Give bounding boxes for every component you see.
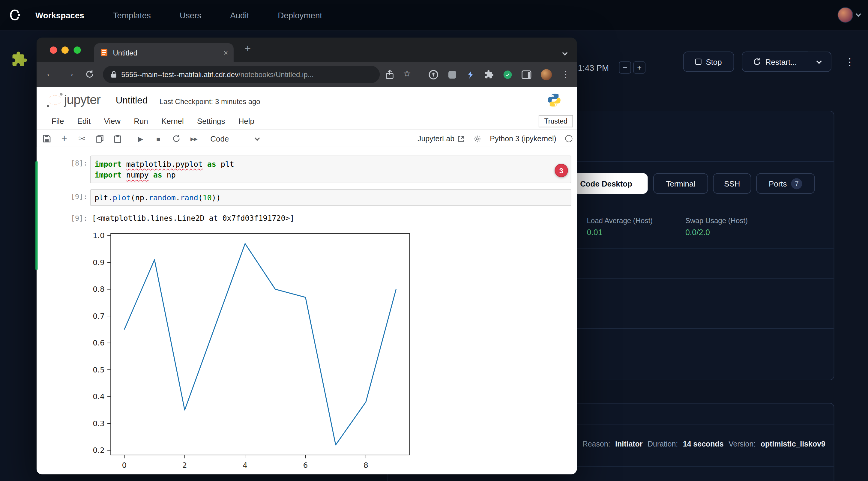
paste-cell-icon[interactable] xyxy=(108,130,126,148)
notebook-title[interactable]: Untitled xyxy=(116,95,148,106)
menu-run[interactable]: Run xyxy=(127,117,155,126)
save-icon[interactable] xyxy=(38,130,56,148)
tab-title: Untitled xyxy=(113,48,219,57)
menu-edit[interactable]: Edit xyxy=(70,117,97,126)
build-reason-value: initiator xyxy=(615,440,643,448)
nav-templates[interactable]: Templates xyxy=(113,10,151,20)
menu-kernel[interactable]: Kernel xyxy=(155,117,190,126)
stop-workspace-button[interactable]: Stop xyxy=(683,52,734,72)
app-button-code-desktop[interactable]: Code Desktop xyxy=(565,173,648,194)
address-bar[interactable]: 5555--main--test--matifali.atif.cdr.dev/… xyxy=(103,66,380,83)
top-navigation-bar: Workspaces Templates Users Audit Deploym… xyxy=(0,0,868,31)
svg-text:4: 4 xyxy=(243,461,247,470)
app-button-ports[interactable]: Ports 7 xyxy=(756,173,815,194)
increase-time-button[interactable]: + xyxy=(633,62,646,74)
extensions-puzzle-icon[interactable] xyxy=(485,70,494,79)
cell-type-dropdown[interactable]: Code xyxy=(206,130,264,148)
extension-icons: ⋮ xyxy=(429,62,570,87)
svg-text:0.4: 0.4 xyxy=(93,392,105,401)
cell-input[interactable]: plt.plot(np.random.rand(10)) xyxy=(90,189,571,206)
browser-profile-avatar[interactable] xyxy=(541,69,552,80)
reload-icon[interactable] xyxy=(85,70,94,81)
stop-icon xyxy=(695,59,701,65)
kernel-name[interactable]: Python 3 (ipykernel) xyxy=(490,135,556,143)
output-prompt: [9]: xyxy=(56,214,87,223)
extension-icon[interactable] xyxy=(448,70,457,79)
run-all-icon[interactable]: ▶▶ xyxy=(185,130,203,148)
notebook-menubar: File Edit View Run Kernel Settings Help … xyxy=(37,114,577,129)
jupyter-notebook: jupyter Untitled Last Checkpoint: 3 minu… xyxy=(37,87,577,474)
schedule-time: 1:43 PM xyxy=(578,63,609,72)
nav-users[interactable]: Users xyxy=(180,10,201,20)
svg-text:0.3: 0.3 xyxy=(93,419,105,428)
notification-badge[interactable]: 3 xyxy=(555,164,568,177)
restart-icon xyxy=(752,58,761,66)
cut-cell-icon[interactable]: ✂ xyxy=(73,130,91,148)
nav-deployment[interactable]: Deployment xyxy=(278,10,322,20)
workspace-menu-button[interactable]: ⋮ xyxy=(839,52,860,72)
python-logo-icon xyxy=(547,93,561,109)
build-metadata: Reason:initiator Duration:14 seconds Ver… xyxy=(583,440,826,448)
jupyter-logo-icon[interactable] xyxy=(45,92,64,111)
menu-view[interactable]: View xyxy=(97,117,127,126)
url-host: 5555--main--test--matifali.atif.cdr.dev xyxy=(121,70,239,78)
output-text: [<matplotlib.lines.Line2D at 0x7fd03f191… xyxy=(92,214,294,223)
stat-load-label: Load Average (Host) xyxy=(587,217,653,225)
side-panel-icon[interactable] xyxy=(522,70,531,79)
window-zoom-button[interactable] xyxy=(73,46,81,54)
decrease-time-button[interactable]: − xyxy=(619,62,631,74)
restart-workspace-button[interactable]: Restart... xyxy=(742,52,808,72)
matplotlib-figure: 024680.20.30.40.50.60.70.80.91.0 xyxy=(83,228,426,474)
restart-kernel-icon[interactable] xyxy=(167,130,185,148)
build-version-value: optimistic_liskov9 xyxy=(761,440,826,448)
add-cell-icon[interactable]: + xyxy=(56,130,73,148)
browser-window: Untitled × + ← → 5555--main--test--matif… xyxy=(37,38,577,474)
browser-tab[interactable]: Untitled × xyxy=(94,43,234,62)
ports-count-badge: 7 xyxy=(791,178,802,189)
coder-logo-icon[interactable] xyxy=(8,8,22,24)
nav-audit[interactable]: Audit xyxy=(230,10,249,20)
run-cell-icon[interactable]: ▶ xyxy=(132,130,149,148)
browser-menu-icon[interactable]: ⋮ xyxy=(561,69,570,80)
stat-swap-label: Swap Usage (Host) xyxy=(685,217,748,225)
gear-icon[interactable] xyxy=(473,135,481,142)
browser-toolbar: ← → 5555--main--test--matifali.atif.cdr.… xyxy=(37,62,577,87)
open-in-jupyterlab-link[interactable]: JupyterLab xyxy=(417,135,465,143)
user-avatar[interactable] xyxy=(838,7,853,23)
tab-close-icon[interactable]: × xyxy=(223,48,228,57)
interrupt-kernel-icon[interactable]: ■ xyxy=(149,130,167,148)
copy-cell-icon[interactable] xyxy=(91,130,108,148)
leaf-extension-icon[interactable] xyxy=(503,70,512,79)
app-button-ssh[interactable]: SSH xyxy=(713,173,751,194)
tab-search-chevron-icon[interactable] xyxy=(563,47,567,57)
trusted-badge[interactable]: Trusted xyxy=(539,115,573,127)
cell-input[interactable]: import matplotlib.pyplot as plt import n… xyxy=(90,156,571,183)
notebook-cells: [8]: import matplotlib.pyplot as plt imp… xyxy=(37,147,577,474)
bookmark-star-icon[interactable]: ☆ xyxy=(403,68,411,78)
share-icon[interactable] xyxy=(386,70,394,82)
screen: Workspaces Templates Users Audit Deploym… xyxy=(0,0,868,481)
menu-help[interactable]: Help xyxy=(231,117,261,126)
notebook-toolbar: + ✂ ▶ ■ ▶▶ Code xyxy=(37,129,577,147)
svg-text:0.6: 0.6 xyxy=(93,339,105,347)
user-menu[interactable] xyxy=(838,7,861,23)
chevron-down-icon xyxy=(856,11,861,17)
forward-icon[interactable]: → xyxy=(65,68,75,79)
build-duration-value: 14 seconds xyxy=(683,440,724,448)
extension-puzzle-icon[interactable] xyxy=(11,51,28,70)
stat-load-value: 0.01 xyxy=(587,228,602,237)
svg-text:0.7: 0.7 xyxy=(93,312,105,321)
window-minimize-button[interactable] xyxy=(61,46,69,54)
bolt-extension-icon[interactable] xyxy=(466,70,475,79)
menu-file[interactable]: File xyxy=(45,117,71,126)
tab-strip: Untitled × + xyxy=(37,38,577,62)
new-tab-button[interactable]: + xyxy=(245,42,251,55)
nav-workspaces[interactable]: Workspaces xyxy=(35,10,84,20)
restart-options-button[interactable] xyxy=(807,52,831,72)
app-button-terminal[interactable]: Terminal xyxy=(653,173,708,194)
window-close-button[interactable] xyxy=(50,46,57,54)
back-icon[interactable]: ← xyxy=(45,68,55,79)
password-manager-extension-icon[interactable] xyxy=(429,70,438,79)
cell-prompt: [9]: xyxy=(56,193,87,201)
menu-settings[interactable]: Settings xyxy=(190,117,232,126)
